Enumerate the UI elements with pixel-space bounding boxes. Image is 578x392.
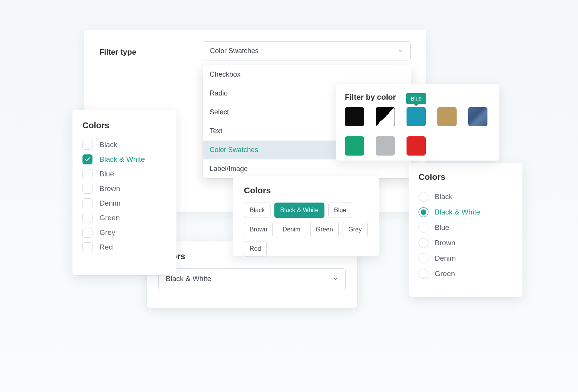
radio-icon xyxy=(418,269,428,279)
chips-wrap: BlackBlack & WhiteBlueBrownDenimGreenGre… xyxy=(244,203,368,256)
filter-type-option[interactable]: Checkbox xyxy=(203,65,411,84)
color-checkbox-item[interactable]: Denim xyxy=(82,196,166,211)
color-chip[interactable]: Black xyxy=(244,203,271,218)
color-swatch[interactable]: Blue xyxy=(407,107,426,126)
checkbox-icon xyxy=(82,213,92,223)
colors-radio-list: BlackBlack & WhiteBlueBrownDenimGreen xyxy=(418,189,513,281)
color-chip[interactable]: Grey xyxy=(343,222,368,237)
color-chip[interactable]: Black & White xyxy=(274,203,324,218)
color-radio-item[interactable]: Green xyxy=(418,266,513,281)
checkbox-icon xyxy=(82,228,92,238)
color-radio-label: Black & White xyxy=(435,208,480,216)
radio-icon xyxy=(418,192,428,202)
color-checkbox-label: Red xyxy=(99,243,113,251)
color-checkbox-item[interactable]: Red xyxy=(82,240,166,255)
radio-icon xyxy=(418,253,428,263)
stage: Filter type Color Swatches CheckboxRadio… xyxy=(35,0,543,347)
filter-type-label: Filter type xyxy=(99,45,188,57)
color-chip[interactable]: Green xyxy=(310,222,339,237)
color-chip[interactable]: Denim xyxy=(277,222,306,237)
radio-icon xyxy=(418,207,428,217)
color-checkbox-item[interactable]: Green xyxy=(82,211,166,225)
color-checkbox-item[interactable]: Blue xyxy=(82,167,166,181)
filter-type-option[interactable]: Label/Image xyxy=(203,159,411,178)
chevron-down-icon xyxy=(333,276,338,281)
color-checkbox-label: Denim xyxy=(99,199,121,208)
color-radio-label: Black xyxy=(435,193,452,201)
radio-icon xyxy=(418,238,428,248)
checkbox-icon xyxy=(82,242,92,252)
color-chip[interactable]: Red xyxy=(244,241,267,256)
color-swatch[interactable] xyxy=(345,136,364,156)
checkbox-icon xyxy=(82,184,92,194)
color-checkbox-label: Brown xyxy=(99,184,120,193)
color-swatch[interactable] xyxy=(376,136,395,156)
color-swatch[interactable] xyxy=(376,107,395,126)
color-checkbox-label: Green xyxy=(99,214,120,222)
color-checkbox-item[interactable]: Black & White xyxy=(82,152,166,167)
swatch-grid: Blue xyxy=(345,107,490,156)
color-checkbox-item[interactable]: Brown xyxy=(82,181,166,196)
filter-type-select-value: Color Swatches xyxy=(210,47,259,55)
colors-text-title: Colors xyxy=(244,186,368,196)
color-radio-label: Brown xyxy=(435,239,455,247)
color-checkbox-item[interactable]: Grey xyxy=(82,225,166,240)
color-radio-label: Blue xyxy=(435,223,449,232)
color-radio-label: Green xyxy=(435,270,455,278)
filter-type-row: Filter type Color Swatches CheckboxRadio… xyxy=(99,41,411,60)
color-radio-item[interactable]: Black & White xyxy=(418,204,513,220)
color-chip[interactable]: Brown xyxy=(244,222,273,237)
color-radio-item[interactable]: Brown xyxy=(418,235,513,251)
radio-icon xyxy=(418,223,428,233)
swatch-tooltip: Blue xyxy=(406,93,426,104)
color-radio-item[interactable]: Black xyxy=(418,189,513,204)
color-checkbox-label: Grey xyxy=(99,228,115,237)
checkbox-icon xyxy=(82,140,92,150)
color-radio-label: Denim xyxy=(435,254,456,263)
color-swatch[interactable] xyxy=(468,107,487,126)
color-radio-item[interactable]: Denim xyxy=(418,251,513,266)
filter-by-color-panel: Filter by color Blue xyxy=(336,84,499,161)
checkbox-icon xyxy=(82,198,92,208)
color-checkbox-item[interactable]: Black xyxy=(82,137,166,152)
filter-type-select-wrapper: Color Swatches CheckboxRadioSelectTextCo… xyxy=(203,41,411,60)
color-checkbox-label: Black & White xyxy=(99,155,145,164)
color-chip[interactable]: Blue xyxy=(328,203,352,218)
checkbox-icon xyxy=(82,154,92,164)
chevron-down-icon xyxy=(398,48,403,54)
colors-checkbox-panel: Colors BlackBlack & WhiteBlueBrownDenimG… xyxy=(72,110,176,275)
color-checkbox-label: Black xyxy=(99,141,117,149)
colors-select[interactable]: Black & White xyxy=(158,268,346,289)
color-radio-item[interactable]: Blue xyxy=(418,220,513,235)
colors-select-value: Black & White xyxy=(166,275,211,283)
colors-radio-panel: Colors BlackBlack & WhiteBlueBrownDenimG… xyxy=(409,163,523,297)
colors-checkbox-title: Colors xyxy=(82,121,166,131)
color-swatch[interactable] xyxy=(407,136,426,156)
color-swatch[interactable] xyxy=(437,107,457,126)
color-checkbox-label: Blue xyxy=(99,170,114,178)
colors-checkbox-list: BlackBlack & WhiteBlueBrownDenimGreenGre… xyxy=(82,137,166,255)
color-swatch[interactable] xyxy=(345,107,364,126)
filter-type-select[interactable]: Color Swatches xyxy=(203,41,411,60)
checkbox-icon xyxy=(82,169,92,179)
colors-radio-title: Colors xyxy=(418,172,513,182)
colors-text-panel: Colors BlackBlack & WhiteBlueBrownDenimG… xyxy=(233,176,379,256)
